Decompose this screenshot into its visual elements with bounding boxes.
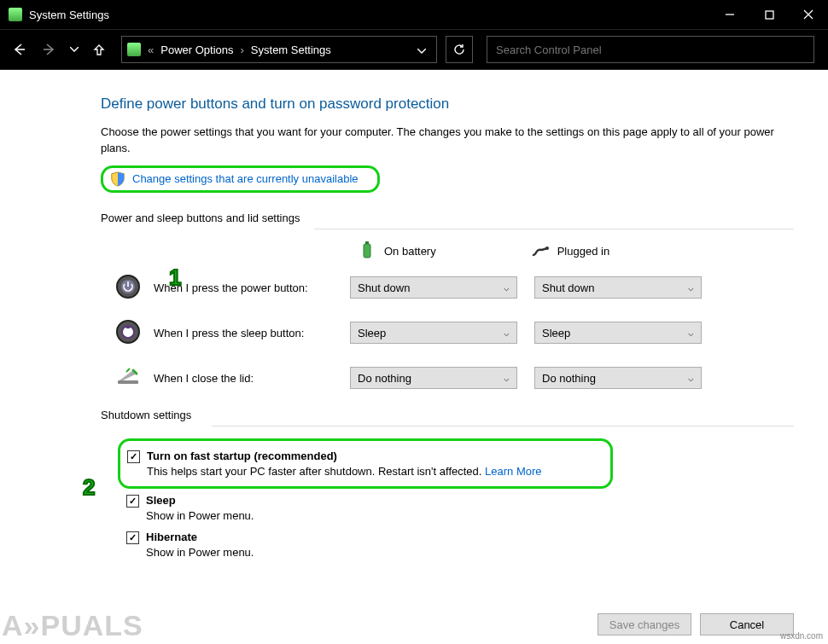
on-battery-label: On battery (384, 245, 436, 258)
dropdown-value: Sleep (358, 327, 386, 339)
learn-more-link[interactable]: Learn More (485, 465, 541, 478)
shutdown-section-label: Shutdown settings (101, 409, 794, 421)
power-button-label: When I press the power button: (154, 281, 350, 294)
sleep-label: Sleep (146, 494, 176, 507)
buttons-section-label: Power and sleep buttons and lid settings (101, 212, 794, 224)
sleep-checkbox[interactable] (126, 495, 139, 508)
dropdown-value: Do nothing (358, 372, 411, 385)
power-button-row: When I press the power button: Shut down… (114, 273, 794, 303)
svg-rect-1 (766, 11, 773, 19)
chevron-down-icon: ⌵ (688, 328, 694, 339)
hibernate-item: Hibernate Show in Power menu. (126, 531, 794, 559)
section-divider (212, 426, 794, 426)
refresh-button[interactable] (446, 36, 473, 63)
titlebar: System Settings (0, 0, 828, 29)
recent-dropdown[interactable] (67, 36, 82, 63)
chevron-down-icon: ⌵ (688, 282, 694, 293)
breadcrumb-prefix: « (144, 44, 157, 56)
page-heading: Define power buttons and turn on passwor… (101, 96, 794, 113)
fast-startup-desc: This helps start your PC faster after sh… (147, 465, 598, 478)
content: Define power buttons and turn on passwor… (0, 70, 828, 644)
sleep-button-icon (114, 318, 145, 348)
search-input[interactable] (487, 36, 814, 63)
section-divider (314, 229, 794, 229)
laptop-lid-icon (114, 363, 145, 393)
chevron-down-icon: ⌵ (688, 373, 694, 384)
dropdown-value: Sleep (542, 327, 570, 339)
breadcrumb-dropdown[interactable] (412, 44, 431, 56)
sleep-button-row: When I press the sleep button: Sleep ⌵ S… (114, 318, 794, 348)
plugged-in-label: Plugged in (557, 245, 609, 258)
breadcrumb-icon (127, 43, 141, 56)
chevron-down-icon: ⌵ (504, 328, 510, 339)
hibernate-desc: Show in Power menu. (146, 546, 794, 559)
chevron-down-icon: ⌵ (504, 282, 510, 293)
minimize-button[interactable] (710, 0, 749, 29)
plug-icon (530, 240, 551, 263)
window-title: System Settings (29, 9, 710, 21)
breadcrumb[interactable]: « Power Options › System Settings (121, 36, 437, 63)
annotation-2: 2 (83, 474, 95, 501)
up-button[interactable] (85, 36, 113, 63)
plugged-in-header: Plugged in (530, 240, 609, 263)
back-button[interactable] (5, 36, 32, 63)
sleep-button-battery-dropdown[interactable]: Sleep ⌵ (350, 322, 517, 344)
buttons-section: Power and sleep buttons and lid settings… (101, 212, 794, 393)
lid-close-battery-dropdown[interactable]: Do nothing ⌵ (350, 367, 517, 389)
fast-startup-checkbox[interactable] (127, 450, 140, 463)
hibernate-label: Hibernate (146, 531, 197, 543)
fast-startup-label: Turn on fast startup (recommended) (147, 450, 337, 462)
forward-button[interactable] (36, 36, 63, 63)
svg-rect-6 (364, 244, 370, 258)
lid-close-row: When I close the lid: Do nothing ⌵ Do no… (114, 363, 794, 393)
chevron-right-icon: › (237, 44, 248, 56)
breadcrumb-item-power-options[interactable]: Power Options (160, 44, 233, 56)
dropdown-value: Do nothing (542, 372, 596, 385)
lid-close-label: When I close the lid: (154, 372, 350, 385)
lid-close-plugged-dropdown[interactable]: Do nothing ⌵ (534, 367, 702, 389)
watermark: A»PUALS (2, 609, 143, 642)
hibernate-checkbox[interactable] (126, 531, 139, 544)
maximize-button[interactable] (749, 0, 789, 29)
dropdown-value: Shut down (358, 281, 410, 294)
annotation-1: 1 (169, 264, 181, 291)
source-text: wsxdn.com (780, 631, 823, 641)
sleep-item: Sleep Show in Power menu. (126, 494, 794, 522)
save-changes-button[interactable]: Save changes (598, 613, 691, 635)
chevron-down-icon: ⌵ (504, 373, 510, 384)
power-button-plugged-dropdown[interactable]: Shut down ⌵ (534, 276, 702, 299)
svg-rect-13 (118, 380, 138, 384)
svg-rect-7 (365, 241, 369, 244)
battery-icon (357, 240, 377, 263)
navbar: « Power Options › System Settings (0, 29, 828, 70)
on-battery-header: On battery (357, 240, 436, 263)
shield-icon (110, 171, 125, 187)
svg-point-8 (545, 247, 549, 250)
column-headers: On battery Plugged in (357, 240, 794, 263)
close-button[interactable] (789, 0, 828, 29)
sleep-desc: Show in Power menu. (146, 509, 794, 522)
sleep-button-plugged-dropdown[interactable]: Sleep ⌵ (534, 322, 702, 344)
change-settings-highlight: Change settings that are currently unava… (101, 165, 380, 193)
change-settings-link[interactable]: Change settings that are currently unava… (132, 172, 359, 185)
app-icon (9, 8, 22, 21)
power-button-battery-dropdown[interactable]: Shut down ⌵ (350, 276, 517, 299)
sleep-button-label: When I press the sleep button: (154, 327, 350, 339)
shutdown-section: Shutdown settings 2 Turn on fast startup… (101, 409, 794, 559)
dropdown-value: Shut down (542, 281, 594, 294)
footer-buttons: Save changes Cancel (598, 613, 794, 635)
page-intro: Choose the power settings that you want … (101, 125, 794, 157)
breadcrumb-item-system-settings[interactable]: System Settings (251, 44, 331, 56)
power-button-icon (114, 273, 145, 303)
fast-startup-highlight: Turn on fast startup (recommended) This … (118, 438, 613, 489)
